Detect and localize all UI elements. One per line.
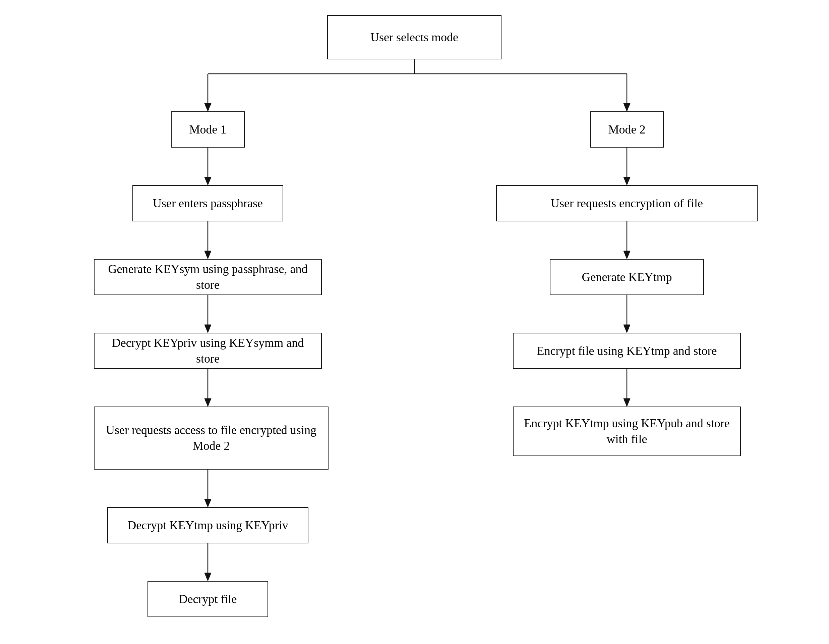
user-requests-encryption-label: User requests encryption of file <box>551 196 703 211</box>
generate-keytmp-box: Generate KEYtmp <box>550 259 704 295</box>
user-selects-mode-box: User selects mode <box>327 15 501 59</box>
flowchart-diagram: User selects mode Mode 1 Mode 2 User ent… <box>0 0 829 644</box>
generate-keysym-box: Generate KEYsym using passphrase, and st… <box>94 259 322 295</box>
arrows-layer <box>0 0 829 644</box>
user-requests-access-box: User requests access to file encrypted u… <box>94 407 328 470</box>
svg-marker-13 <box>205 398 211 407</box>
decrypt-keypriv-box: Decrypt KEYpriv using KEYsymm and store <box>94 333 322 369</box>
user-selects-mode-label: User selects mode <box>370 30 458 45</box>
encrypt-keytmp-keypub-box: Encrypt KEYtmp using KEYpub and store wi… <box>513 407 741 456</box>
user-enters-passphrase-label: User enters passphrase <box>153 196 263 211</box>
svg-marker-17 <box>205 573 211 581</box>
generate-keysym-label: Generate KEYsym using passphrase, and st… <box>101 261 315 293</box>
generate-keytmp-label: Generate KEYtmp <box>582 269 672 285</box>
mode2-box: Mode 2 <box>590 111 664 148</box>
decrypt-keytmp-keypriv-label: Decrypt KEYtmp using KEYpriv <box>128 518 288 533</box>
encrypt-keytmp-keypub-label: Encrypt KEYtmp using KEYpub and store wi… <box>520 415 734 447</box>
encrypt-file-keytmp-label: Encrypt file using KEYtmp and store <box>537 343 717 359</box>
encrypt-file-keytmp-box: Encrypt file using KEYtmp and store <box>513 333 741 369</box>
svg-marker-23 <box>624 325 630 333</box>
mode1-label: Mode 1 <box>189 122 227 137</box>
svg-marker-11 <box>205 325 211 333</box>
user-enters-passphrase-box: User enters passphrase <box>132 185 283 221</box>
decrypt-keytmp-keypriv-box: Decrypt KEYtmp using KEYpriv <box>107 507 308 543</box>
svg-marker-7 <box>205 177 211 185</box>
decrypt-file-label: Decrypt file <box>179 591 237 607</box>
svg-marker-21 <box>624 251 630 259</box>
mode1-box: Mode 1 <box>171 111 245 148</box>
decrypt-file-box: Decrypt file <box>148 581 268 617</box>
svg-marker-3 <box>205 103 211 111</box>
user-requests-encryption-box: User requests encryption of file <box>496 185 758 221</box>
svg-marker-19 <box>624 177 630 185</box>
user-requests-access-label: User requests access to file encrypted u… <box>101 422 322 454</box>
svg-marker-25 <box>624 398 630 407</box>
mode2-label: Mode 2 <box>608 122 646 137</box>
svg-marker-5 <box>624 103 630 111</box>
svg-marker-15 <box>205 499 211 507</box>
decrypt-keypriv-label: Decrypt KEYpriv using KEYsymm and store <box>101 335 315 366</box>
svg-marker-9 <box>205 251 211 259</box>
